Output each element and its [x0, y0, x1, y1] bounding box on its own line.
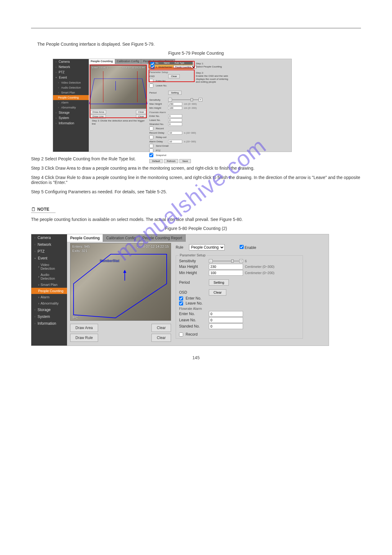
relayout-label: Relay-out [156, 136, 166, 139]
min-height-input[interactable] [168, 106, 182, 110]
enable-checkbox[interactable] [240, 245, 244, 249]
max-height-input[interactable] [168, 102, 182, 106]
sidebar-item-video-detection[interactable]: › Video Detection [31, 262, 67, 272]
alarm-delay-unit: s (10~300) [184, 140, 196, 143]
tabs-2: People Counting Calibration Config Peopl… [67, 234, 186, 242]
enter-no-label2: Enter No. [149, 115, 166, 117]
tab-calibration-config[interactable]: Calibration Config [103, 234, 139, 242]
draw-area-button[interactable]: Draw Area [90, 110, 106, 114]
leave-no-checkbox[interactable] [179, 301, 183, 305]
enable-label: Enable [245, 245, 256, 250]
draw-rule-button[interactable]: Draw Rule [70, 334, 98, 342]
sidebar-item-event[interactable]: Event [53, 75, 89, 80]
save-button[interactable]: Save [179, 159, 191, 163]
record-checkbox[interactable] [149, 126, 153, 131]
enter-no-input[interactable] [209, 311, 243, 317]
sidebar-item-smart-plan[interactable]: Smart Plan [53, 90, 89, 95]
sidebar-item-information[interactable]: Information [31, 320, 67, 327]
leave-no-checkbox[interactable] [149, 84, 153, 88]
draw-area-button[interactable]: Draw Area [70, 324, 98, 332]
snapshot-checkbox[interactable] [149, 153, 153, 157]
clear-osd-button[interactable]: Clear [168, 74, 180, 78]
sidebar-item-people-counting[interactable]: People Counting [31, 288, 67, 294]
sidebar-label: Alarm [61, 101, 69, 104]
record-checkbox[interactable] [179, 333, 183, 337]
min-height-input[interactable] [209, 270, 243, 276]
sidebar-item-alarm[interactable]: Alarm [53, 100, 89, 105]
clear-button-2[interactable]: Clear [136, 114, 146, 118]
sidebar-item-system[interactable]: System [31, 313, 67, 320]
flowrate-label: Flowrate Alarm [179, 307, 300, 310]
sidebar-item-audio-detection[interactable]: Audio Detection [53, 85, 89, 90]
sidebar-item-network[interactable]: Network [53, 64, 89, 70]
step-4-text: Step 4 Click Draw Rule to draw a people … [31, 175, 361, 185]
sidebar-item-abnormality[interactable]: › Abnormality [31, 300, 67, 306]
clear-osd-button[interactable]: Clear [209, 289, 226, 296]
sidebar-item-smart-plan[interactable]: › Smart Plan [31, 282, 67, 288]
sidebar-item-information[interactable]: Information [53, 121, 89, 126]
sidebar-item-abnormality[interactable]: Abnormality [53, 105, 89, 110]
max-height-input[interactable] [209, 264, 243, 269]
enter-no-label: Enter No. [186, 296, 201, 300]
send-email-label: Send Email [156, 144, 169, 147]
rule-row-checkbox[interactable] [151, 65, 155, 69]
clear-button[interactable]: Clear [136, 110, 146, 114]
sidebar-item-ptz[interactable]: PTZ [53, 70, 89, 75]
rule-no: 1 [156, 66, 157, 68]
record-delay-input[interactable] [168, 131, 182, 135]
clear-button-2[interactable]: Clear [151, 334, 171, 342]
max-height-unit: Centimeter (0~300) [245, 265, 274, 268]
refresh-button[interactable]: Refresh [164, 159, 178, 163]
tab-people-counting[interactable]: People Counting [89, 59, 115, 64]
sidebar-item-ptz[interactable]: PTZ [31, 248, 67, 255]
sensitivity-label: Sensitivity [179, 259, 207, 263]
sensitivity-slider[interactable]: −+ [209, 259, 243, 263]
send-email-checkbox[interactable] [149, 144, 153, 148]
enter-no-input[interactable] [168, 114, 182, 118]
sidebar-item-storage[interactable]: Storage [31, 306, 67, 313]
relayout-checkbox[interactable] [149, 135, 153, 139]
rule-type-select[interactable]: People Counting [173, 65, 196, 69]
callout-step1: Step 1: Select People Counting [196, 62, 230, 68]
enter-no-checkbox[interactable] [179, 296, 183, 300]
sidebar-item-storage[interactable]: Storage [53, 110, 89, 115]
video-preview-2: Enters: 945 Exits: 321 2018-07-12 14:22:… [70, 243, 171, 321]
sidebar-label: Audio Detection [41, 273, 64, 280]
sidebar-item-alarm[interactable]: › Alarm [31, 294, 67, 300]
rule-select[interactable]: People Counting [189, 244, 225, 250]
sidebar-item-event[interactable]: Event [31, 255, 67, 262]
period-setting-button[interactable]: Setting [168, 91, 182, 95]
default-button[interactable]: Default [149, 159, 163, 163]
callout-step3: Step 3: Divide the detection area and th… [92, 119, 145, 125]
config-panel: Parameter Setup OSDClear Enter No. Leave… [149, 70, 227, 164]
figure-label-2: Figure 5-80 People Counting (2) [31, 226, 361, 231]
sidebar-item-video-detection[interactable]: Video Detection [53, 80, 89, 85]
flowrate-label: Flowrate Alarm [149, 111, 227, 114]
stranded-no-input[interactable] [168, 122, 182, 126]
sidebar-item-camera[interactable]: Camera [31, 234, 67, 241]
enter-no-checkbox[interactable] [149, 79, 153, 83]
alarm-delay-input[interactable] [168, 140, 182, 143]
ptz-checkbox[interactable] [149, 149, 153, 153]
snapshot-label: Snapshot [156, 154, 166, 157]
sidebar-item-camera[interactable]: Camera [53, 59, 89, 64]
enter-no-label2: Enter No. [179, 312, 207, 316]
min-height-label: Min Height [149, 107, 166, 109]
leave-no-input[interactable] [168, 118, 182, 122]
sensitivity-slider[interactable]: −+ [168, 98, 202, 102]
stranded-no-label: Standed No. [179, 324, 207, 328]
tab-people-counting[interactable]: People Counting [67, 234, 103, 242]
sidebar-2: Camera Network PTZ Event › Video Detecti… [31, 234, 67, 346]
sidebar-item-people-counting[interactable]: People Counting [53, 95, 89, 100]
period-setting-button[interactable]: Setting [209, 279, 229, 286]
screenshot-2: Camera Network PTZ Event › Video Detecti… [31, 234, 329, 346]
sidebar-item-network[interactable]: Network [31, 241, 67, 248]
leave-no-input[interactable] [209, 317, 243, 323]
tab-calibration-config[interactable]: Calibration Config [115, 59, 142, 64]
draw-line-button[interactable]: Draw Line [90, 114, 106, 118]
clear-button[interactable]: Clear [151, 324, 171, 332]
sidebar-item-audio-detection[interactable]: › Audio Detection [31, 272, 67, 282]
tab-people-counting-report[interactable]: People Counting Report [139, 234, 186, 242]
stranded-no-input[interactable] [209, 323, 243, 329]
sidebar-item-system[interactable]: System [53, 115, 89, 121]
